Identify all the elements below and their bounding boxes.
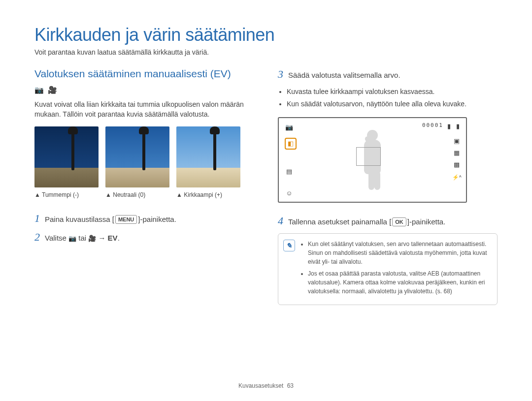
video-mode-icon: 🎥: [88, 235, 96, 242]
caption-neutral: ▲ Neutraali (0): [105, 191, 169, 198]
right-column: 3 Säädä valotusta valitsemalla arvo. Kuv…: [278, 68, 498, 305]
battery-icon: ▮: [453, 122, 462, 130]
page-title: Kirkkauden ja värin säätäminen: [34, 25, 498, 45]
step-3-number: 3: [278, 68, 283, 81]
page-footer: Kuvausasetukset 63: [0, 382, 532, 389]
note-item-1: Kun olet säätänyt valotuksen, sen arvo t…: [308, 240, 490, 266]
step-2-arrow: →: [96, 234, 107, 242]
step-1-text-before: Paina kuvaustilassa [: [45, 215, 114, 223]
ev-intro-text: Kuvat voivat olla liian kirkkaita tai tu…: [34, 99, 254, 120]
step-3-text: Säädä valotusta valitsemalla arvo.: [288, 71, 400, 79]
step-4-after: ]-painiketta.: [407, 217, 446, 226]
camera-p-icon: 📷: [34, 86, 45, 94]
example-thumbnails: [34, 126, 254, 187]
iso-icon: ▤: [285, 167, 294, 175]
thumb-captions: ▲ Tummempi (-) ▲ Neutraali (0) ▲ Kirkkaa…: [34, 191, 254, 198]
caption-brighter: ▲ Kirkkaampi (+): [176, 191, 240, 198]
section-title-ev: Valotuksen säätäminen manuaalisesti (EV): [34, 68, 254, 80]
step-2-number: 2: [34, 231, 40, 244]
video-icon: 🎥: [48, 86, 58, 94]
step-2-end: .: [118, 234, 120, 242]
shot-counter: 00001: [422, 122, 443, 128]
thumb-darker: [34, 126, 99, 187]
ok-button-label: OK: [392, 217, 406, 226]
step-1: 1 Paina kuvaustilassa [MENU]-painiketta.: [34, 212, 254, 225]
resolution-icon: ▣: [452, 137, 461, 145]
step-4: 4 Tallenna asetukset painamalla [OK]-pai…: [278, 215, 498, 227]
quality-icon: ▦: [452, 149, 461, 156]
footer-section: Kuvausasetukset: [238, 382, 283, 389]
camera-lcd-preview: 00001 📷 ◧ ▤ ☺ ▮ ▮ ▣ ▦ ▩ ⚡ᴬ: [278, 117, 467, 203]
camera-icon: 📷: [68, 235, 76, 242]
step-3: 3 Säädä valotusta valitsemalla arvo.: [278, 68, 498, 81]
ev-label: EV: [108, 234, 118, 242]
step-2-mid: tai: [76, 234, 88, 242]
step-1-number: 1: [34, 212, 40, 225]
face-icon: ☺: [285, 189, 294, 197]
step-4-number: 4: [278, 215, 283, 227]
mode-camera-icon: 📷: [285, 123, 294, 131]
bullet-brighter: Kuvasta tulee kirkkaampi valotuksen kasv…: [287, 87, 498, 97]
metering-icon: ▩: [452, 160, 461, 168]
step-4-before: Tallenna asetukset painamalla [: [288, 217, 391, 226]
thumb-brighter: [176, 126, 240, 187]
footer-page-number: 63: [287, 382, 294, 389]
step-2: 2 Valitse 📷 tai 🎥 → EV.: [34, 231, 254, 244]
exposure-icon: ◧: [286, 139, 295, 147]
step-3-bullets: Kuvasta tulee kirkkaampi valotuksen kasv…: [278, 87, 498, 109]
flash-auto-icon: ⚡ᴬ: [452, 173, 461, 181]
step-2-before: Valitse: [45, 234, 68, 242]
caption-darker: ▲ Tummempi (-): [34, 191, 99, 198]
page-subtitle: Voit parantaa kuvan laatua säätämällä ki…: [34, 48, 498, 56]
note-item-2: Jos et osaa päättää parasta valotusta, v…: [308, 269, 490, 296]
ev-indicator-highlight: ◧: [285, 138, 297, 150]
memory-card-icon: ▮: [444, 122, 453, 130]
thumb-neutral: [105, 126, 169, 187]
left-column: Valotuksen säätäminen manuaalisesti (EV)…: [34, 68, 254, 305]
menu-button-label: MENU: [115, 215, 137, 224]
mode-icons: 📷 🎥: [34, 86, 254, 94]
bullet-icon-appears: Kun säädät valotusarvon, näyttöön tulee …: [287, 99, 498, 109]
focus-frame-icon: [356, 147, 381, 166]
step-1-text-after: ]-painiketta.: [138, 215, 176, 223]
note-box: ✎ Kun olet säätänyt valotuksen, sen arvo…: [278, 233, 498, 305]
note-icon: ✎: [283, 240, 295, 251]
